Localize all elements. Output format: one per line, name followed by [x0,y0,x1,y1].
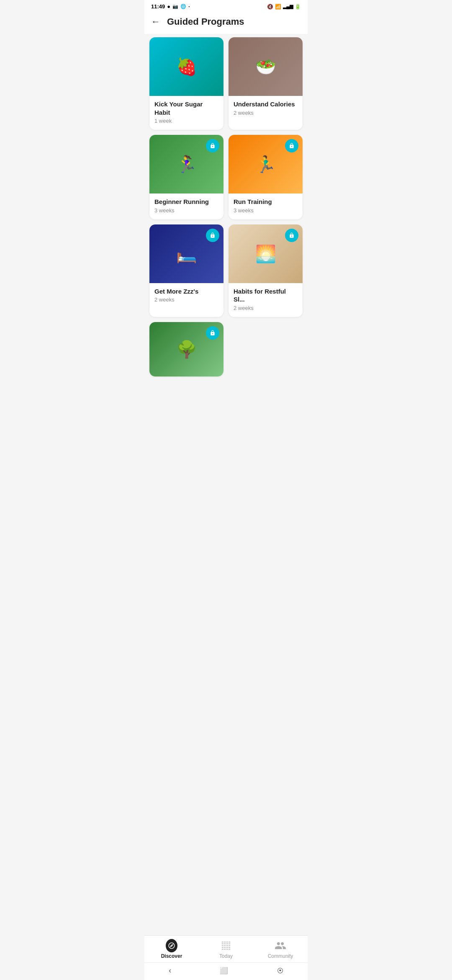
program-card-6[interactable]: Habits for Restful Sl...2 weeks [229,224,303,317]
page-title: Guided Programs [167,16,244,27]
program-card-5[interactable]: Get More Zzz's2 weeks [149,224,223,317]
lock-badge-5 [206,229,219,242]
mute-icon: 🔇 [267,4,273,10]
program-card-7[interactable] [149,322,223,377]
card-image-4 [229,135,303,193]
battery-icon: 🔋 [295,4,301,10]
card-duration-3: 3 weeks [154,207,218,214]
program-card-2[interactable]: Understand Calories2 weeks [229,37,303,130]
card-title-3: Beginner Running [154,198,218,206]
card-image-7 [149,322,223,377]
card-title-4: Run Training [234,198,298,206]
globe-icon: 🌐 [180,4,186,9]
status-time: 11:49 [151,3,165,10]
card-image-5 [149,224,223,283]
card-image-6 [229,224,303,283]
camera-icon: 📷 [172,4,178,9]
card-duration-4: 3 weeks [234,207,298,214]
card-duration-6: 2 weeks [234,305,298,311]
card-body-5: Get More Zzz's2 weeks [149,283,223,309]
wifi-icon: 📶 [275,4,281,10]
programs-grid: Kick Your Sugar Habit1 weekUnderstand Ca… [149,37,303,377]
card-body-6: Habits for Restful Sl...2 weeks [229,283,303,317]
lock-badge-7 [206,326,219,340]
card-body-2: Understand Calories2 weeks [229,96,303,122]
card-duration-1: 1 week [154,118,218,124]
card-body-4: Run Training3 weeks [229,193,303,219]
card-image-2 [229,37,303,96]
card-title-6: Habits for Restful Sl... [234,287,298,304]
back-button[interactable]: ← [151,17,160,26]
page-header: ← Guided Programs [144,11,308,34]
program-card-1[interactable]: Kick Your Sugar Habit1 week [149,37,223,130]
status-left: 11:49 ● 📷 🌐 · [151,3,190,10]
card-image-3 [149,135,223,193]
whatsapp-icon: ● [167,3,170,10]
card-title-5: Get More Zzz's [154,287,218,296]
signal-icon: ▂▄▆ [283,4,293,9]
card-duration-5: 2 weeks [154,297,218,303]
dot-icon: · [188,3,190,10]
program-card-3[interactable]: Beginner Running3 weeks [149,135,223,219]
card-duration-2: 2 weeks [234,110,298,116]
card-image-1 [149,37,223,96]
programs-content: Kick Your Sugar Habit1 weekUnderstand Ca… [144,34,308,418]
card-body-3: Beginner Running3 weeks [149,193,223,219]
status-right: 🔇 📶 ▂▄▆ 🔋 [267,4,301,10]
program-card-4[interactable]: Run Training3 weeks [229,135,303,219]
card-title-1: Kick Your Sugar Habit [154,100,218,116]
status-bar: 11:49 ● 📷 🌐 · 🔇 📶 ▂▄▆ 🔋 [144,0,308,11]
lock-badge-3 [206,139,219,152]
lock-badge-4 [285,139,298,152]
lock-badge-6 [285,229,298,242]
card-body-1: Kick Your Sugar Habit1 week [149,96,223,130]
card-title-2: Understand Calories [234,100,298,108]
